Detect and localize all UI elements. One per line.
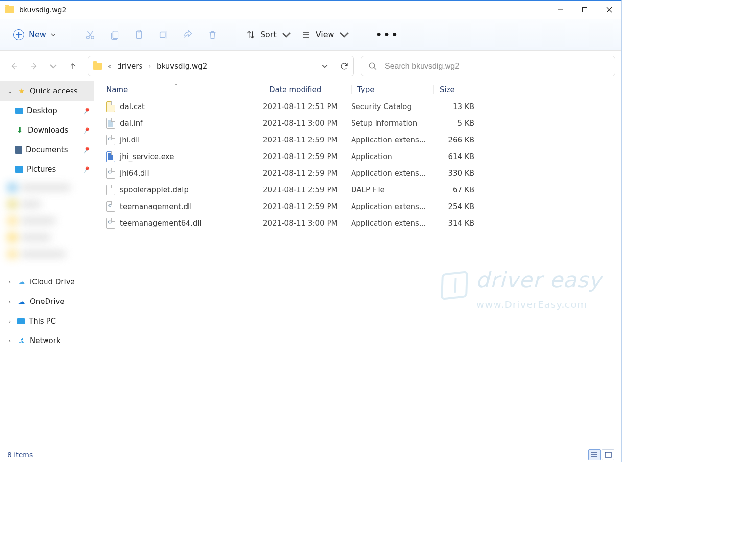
file-type: Application (351, 152, 433, 161)
view-button[interactable]: View (297, 28, 353, 42)
file-row[interactable]: teemanagement.dll2021-08-11 2:59 PMAppli… (94, 198, 621, 215)
monitor-icon (17, 318, 25, 324)
col-type[interactable]: Type (351, 85, 433, 94)
sort-indicator-icon: ˆ (175, 83, 178, 90)
cloud-icon: ☁ (17, 297, 26, 306)
search-icon (368, 62, 377, 70)
share-button[interactable] (177, 24, 199, 45)
sidebar-item-label: Desktop (27, 106, 57, 115)
file-size: 330 KB (433, 169, 482, 178)
chevron-down-icon: ⌄ (6, 88, 13, 94)
breadcrumb-parent[interactable]: drivers (117, 62, 142, 70)
col-size[interactable]: Size (433, 85, 482, 94)
file-row[interactable]: spoolerapplet.dalp2021-08-11 2:59 PMDALP… (94, 182, 621, 198)
chevron-right-icon: › (147, 63, 152, 70)
pin-icon: 📍 (81, 105, 92, 116)
file-size: 67 KB (433, 186, 482, 194)
view-icon (301, 30, 311, 40)
minimize-button[interactable] (548, 1, 572, 19)
back-button[interactable] (6, 56, 22, 76)
file-icon (106, 118, 115, 129)
separator (70, 27, 70, 43)
file-row[interactable]: dal.cat2021-08-11 2:51 PMSecurity Catalo… (94, 98, 621, 115)
file-row[interactable]: jhi.dll2021-08-11 2:59 PMApplication ext… (94, 132, 621, 148)
file-list: Nameˆ Date modified Type Size dal.cat202… (94, 81, 621, 447)
file-row[interactable]: jhi_service.exe2021-08-11 2:59 PMApplica… (94, 148, 621, 165)
sidebar: ⌄ ★ Quick access Desktop 📍 ⬇ Downloads 📍… (0, 81, 94, 447)
more-button[interactable]: ••• (371, 29, 404, 41)
file-size: 314 KB (433, 219, 482, 228)
file-icon (106, 218, 115, 229)
chevron-right-icon: › (6, 299, 13, 305)
sidebar-item-documents[interactable]: Documents 📍 (0, 140, 94, 160)
sort-button[interactable]: Sort (242, 28, 295, 42)
refresh-button[interactable] (340, 62, 349, 70)
delete-button[interactable] (201, 24, 224, 45)
file-name: jhi.dll (120, 136, 140, 144)
copy-button[interactable] (103, 24, 126, 45)
network-icon: 🖧 (17, 336, 26, 345)
thumbnails-view-button[interactable] (602, 449, 614, 460)
sidebar-item-label: Downloads (28, 126, 68, 135)
sidebar-item-desktop[interactable]: Desktop 📍 (0, 101, 94, 120)
sidebar-item-label: This PC (29, 317, 56, 326)
separator (362, 27, 362, 43)
breadcrumb-current[interactable]: bkuvsdig.wg2 (157, 62, 207, 70)
file-icon (106, 201, 115, 212)
file-row[interactable]: jhi64.dll2021-08-11 2:59 PMApplication e… (94, 165, 621, 182)
paste-button[interactable] (128, 24, 150, 45)
plus-circle-icon (13, 29, 24, 40)
chevron-down-icon[interactable] (321, 63, 328, 70)
file-type: Setup Information (351, 119, 433, 128)
rename-button[interactable] (152, 24, 175, 45)
maximize-button[interactable] (572, 1, 597, 19)
sidebar-item-label: Quick access (30, 87, 78, 95)
file-name: jhi_service.exe (120, 152, 174, 161)
command-bar: New Sort View ••• (0, 19, 621, 51)
close-button[interactable] (597, 1, 621, 19)
sidebar-item-network[interactable]: › 🖧 Network (0, 331, 94, 350)
sidebar-item-label: Documents (26, 145, 68, 154)
star-icon: ★ (17, 87, 26, 95)
sidebar-item-label: Pictures (27, 165, 56, 174)
col-name[interactable]: Nameˆ (106, 85, 263, 94)
up-button[interactable] (65, 56, 81, 76)
search-box[interactable] (361, 56, 615, 76)
sidebar-item-thispc[interactable]: › This PC (0, 311, 94, 331)
sidebar-quick-access[interactable]: ⌄ ★ Quick access (0, 81, 94, 101)
file-icon (106, 185, 115, 195)
watermark-logo-icon (441, 271, 468, 300)
svg-rect-1 (583, 8, 587, 12)
address-bar[interactable]: « drivers › bkuvsdig.wg2 (88, 56, 354, 76)
file-icon (106, 151, 115, 162)
forward-button[interactable] (26, 56, 42, 76)
file-date: 2021-08-11 2:51 PM (263, 102, 351, 111)
col-date[interactable]: Date modified (263, 85, 351, 94)
pin-icon: 📍 (81, 144, 92, 155)
chevron-down-icon (339, 30, 349, 40)
desktop-icon (15, 108, 23, 114)
sidebar-item-onedrive[interactable]: › ☁ OneDrive (0, 292, 94, 311)
cloud-icon: ☁ (17, 278, 26, 286)
file-date: 2021-08-11 2:59 PM (263, 152, 351, 161)
recent-button[interactable] (46, 56, 61, 76)
titlebar: bkuvsdig.wg2 (0, 1, 621, 19)
chevron-down-icon (51, 32, 56, 37)
column-headers: Nameˆ Date modified Type Size (94, 81, 621, 98)
sidebar-item-pictures[interactable]: Pictures 📍 (0, 160, 94, 179)
cut-button[interactable] (79, 24, 101, 45)
sidebar-item-icloud[interactable]: › ☁ iCloud Drive (0, 272, 94, 292)
file-date: 2021-08-11 2:59 PM (263, 169, 351, 178)
file-date: 2021-08-11 2:59 PM (263, 186, 351, 194)
file-name: dal.inf (120, 119, 143, 128)
file-type: Application extens... (351, 136, 433, 144)
details-view-button[interactable] (588, 449, 601, 460)
file-row[interactable]: teemanagement64.dll2021-08-11 3:00 PMApp… (94, 215, 621, 232)
search-input[interactable] (384, 61, 608, 71)
sidebar-item-downloads[interactable]: ⬇ Downloads 📍 (0, 120, 94, 140)
watermark: driver easy www.DriverEasy.com (441, 267, 602, 310)
file-row[interactable]: dal.inf2021-08-11 3:00 PMSetup Informati… (94, 115, 621, 132)
new-button[interactable]: New (8, 26, 61, 43)
file-date: 2021-08-11 3:00 PM (263, 219, 351, 228)
file-name: jhi64.dll (120, 169, 149, 178)
